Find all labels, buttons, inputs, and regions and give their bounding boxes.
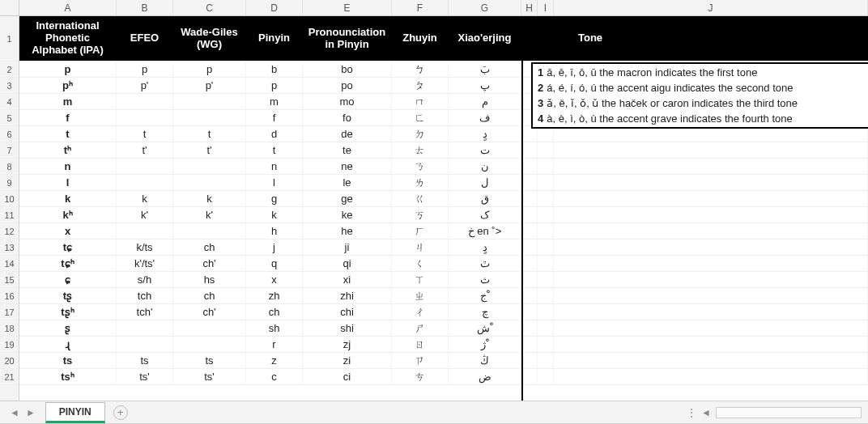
cell-C2[interactable]: p — [173, 61, 246, 77]
row-21[interactable]: 21 — [0, 369, 19, 385]
cell-empty[interactable] — [554, 191, 868, 206]
select-all-corner[interactable] — [0, 0, 19, 15]
cell-A7[interactable]: tʰ — [19, 142, 117, 158]
cell-empty[interactable] — [538, 191, 554, 206]
cell-A20[interactable]: ts — [19, 353, 117, 368]
cell-F15[interactable]: ㄒ — [392, 272, 449, 287]
cell-D13[interactable]: j — [246, 240, 303, 255]
row-19[interactable]: 19 — [0, 337, 19, 353]
cell-E21[interactable]: ci — [303, 369, 392, 384]
horizontal-scrollbar[interactable] — [716, 407, 862, 418]
cell-F18[interactable]: ㄕ — [392, 320, 449, 336]
cell-A2[interactable]: p — [19, 61, 117, 77]
cell-C8[interactable] — [173, 159, 246, 174]
cell-F7[interactable]: ㄊ — [392, 142, 449, 158]
col-I[interactable]: I — [538, 0, 554, 15]
cell-A5[interactable]: f — [19, 110, 117, 125]
cell-B10[interactable]: k — [117, 191, 173, 206]
cell-empty[interactable] — [538, 320, 554, 336]
cell-A17[interactable]: tʂʰ — [19, 304, 117, 320]
cell-D17[interactable]: ch — [246, 304, 303, 320]
cell-C20[interactable]: ts — [173, 353, 246, 368]
cell-F4[interactable]: ㄇ — [392, 94, 449, 109]
cell-F2[interactable]: ㄅ — [392, 61, 449, 77]
cell-empty[interactable] — [538, 369, 554, 384]
cell-empty[interactable] — [538, 353, 554, 368]
cell-E12[interactable]: he — [303, 223, 392, 239]
row-9[interactable]: 9 — [0, 175, 19, 191]
cell-D9[interactable]: l — [246, 175, 303, 190]
cell-B21[interactable]: ts' — [117, 369, 173, 384]
row-13[interactable]: 13 — [0, 240, 19, 256]
cell-D6[interactable]: d — [246, 126, 303, 142]
cell-B17[interactable]: tch' — [117, 304, 173, 320]
cell-E17[interactable]: chi — [303, 304, 392, 320]
cell-C14[interactable]: ch' — [173, 256, 246, 271]
cell-empty[interactable] — [521, 288, 538, 303]
cell-E19[interactable]: zj — [303, 337, 392, 352]
cell-D15[interactable]: x — [246, 272, 303, 287]
cell-F10[interactable]: ㄍ — [392, 191, 449, 206]
cell-F9[interactable]: ㄌ — [392, 175, 449, 190]
cell-A3[interactable]: pʰ — [19, 78, 117, 93]
add-sheet-button[interactable]: + — [113, 405, 128, 420]
cell-F14[interactable]: ㄑ — [392, 256, 449, 271]
cell-D8[interactable]: n — [246, 159, 303, 174]
cell-E4[interactable]: mo — [303, 94, 392, 109]
row-8[interactable]: 8 — [0, 159, 19, 175]
cell-empty[interactable] — [521, 175, 538, 190]
cell-G5[interactable]: ف — [449, 110, 521, 125]
cell-empty[interactable] — [554, 175, 868, 190]
cell-empty[interactable] — [554, 320, 868, 336]
cell-A9[interactable]: l — [19, 175, 117, 190]
tab-next-icon[interactable]: ► — [23, 407, 39, 418]
cell-C4[interactable] — [173, 94, 246, 109]
cell-F6[interactable]: ㄉ — [392, 126, 449, 142]
cell-B20[interactable]: ts — [117, 353, 173, 368]
cell-F11[interactable]: ㄎ — [392, 207, 449, 223]
cell-G12[interactable]: خ en ˚> — [449, 223, 521, 239]
cell-A8[interactable]: n — [19, 159, 117, 174]
cell-G8[interactable]: ن — [449, 159, 521, 174]
row-18[interactable]: 18 — [0, 320, 19, 337]
row-2[interactable]: 2 — [0, 61, 19, 78]
cell-B14[interactable]: k'/ts' — [117, 256, 173, 271]
cell-empty[interactable] — [538, 142, 554, 158]
cell-empty[interactable] — [538, 159, 554, 174]
cell-G19[interactable]: ژ ْ — [449, 337, 521, 352]
cell-F21[interactable]: ㄘ — [392, 369, 449, 384]
cell-E11[interactable]: ke — [303, 207, 392, 223]
cell-empty[interactable] — [521, 353, 538, 368]
cell-empty[interactable] — [521, 223, 538, 239]
cell-E18[interactable]: shi — [303, 320, 392, 336]
cell-A19[interactable]: ɻ — [19, 337, 117, 352]
cell-C18[interactable] — [173, 320, 246, 336]
cell-B16[interactable]: tch — [117, 288, 173, 303]
cell-empty[interactable] — [554, 369, 868, 384]
row-16[interactable]: 16 — [0, 288, 19, 304]
cell-D16[interactable]: zh — [246, 288, 303, 303]
cell-empty[interactable] — [521, 191, 538, 206]
cell-C15[interactable]: hs — [173, 272, 246, 287]
cell-empty[interactable] — [538, 304, 554, 320]
cell-G20[interactable]: ڭ — [449, 353, 521, 368]
col-A[interactable]: A — [19, 0, 117, 15]
cell-B8[interactable] — [117, 159, 173, 174]
cell-F8[interactable]: ㄋ — [392, 159, 449, 174]
cell-empty[interactable] — [554, 288, 868, 303]
cell-B2[interactable]: p — [117, 61, 173, 77]
cell-empty[interactable] — [554, 159, 868, 174]
hscroll-left-icon[interactable]: ◄ — [701, 407, 711, 418]
cell-empty[interactable] — [521, 369, 538, 384]
row-11[interactable]: 11 — [0, 207, 19, 223]
cell-E6[interactable]: de — [303, 126, 392, 142]
cell-F20[interactable]: ㄗ — [392, 353, 449, 368]
cell-empty[interactable] — [554, 223, 868, 239]
cell-C10[interactable]: k — [173, 191, 246, 206]
cell-empty[interactable] — [521, 240, 538, 255]
cell-C9[interactable] — [173, 175, 246, 190]
cell-A6[interactable]: t — [19, 126, 117, 142]
cell-F19[interactable]: ㄖ — [392, 337, 449, 352]
cell-A21[interactable]: tsʰ — [19, 369, 117, 384]
row-12[interactable]: 12 — [0, 223, 19, 240]
